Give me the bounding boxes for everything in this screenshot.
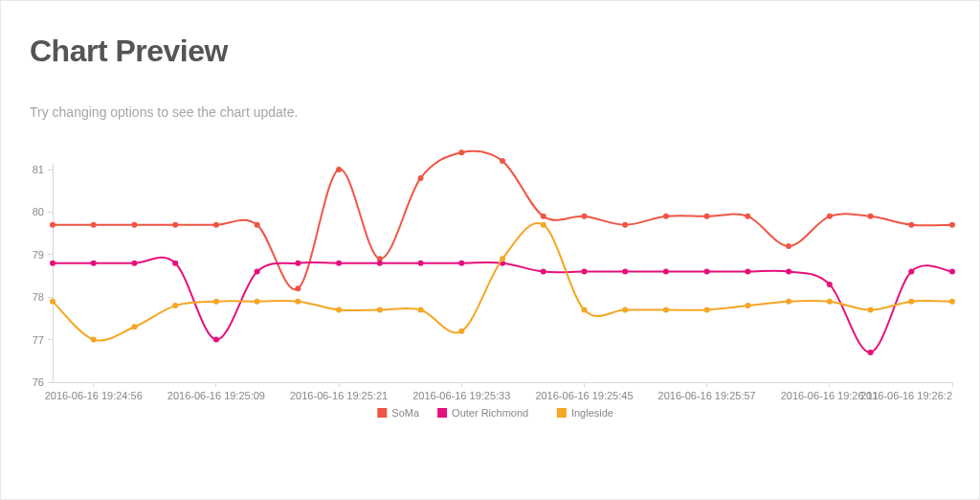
data-point bbox=[91, 222, 97, 228]
data-point bbox=[91, 261, 97, 266]
data-point bbox=[50, 222, 56, 228]
x-tick-label: 2016-06-16 19:24:56 bbox=[45, 390, 143, 401]
data-point bbox=[377, 261, 383, 266]
data-point bbox=[745, 303, 750, 308]
data-point bbox=[336, 261, 342, 266]
data-point bbox=[131, 261, 137, 266]
data-point bbox=[131, 324, 137, 330]
data-point bbox=[255, 299, 260, 305]
legend-label: Ingleside bbox=[571, 407, 613, 419]
data-point bbox=[295, 285, 301, 291]
data-point bbox=[663, 307, 669, 313]
data-point bbox=[868, 307, 874, 313]
data-point bbox=[949, 222, 955, 228]
data-point bbox=[131, 222, 137, 228]
data-point bbox=[541, 269, 546, 275]
data-point bbox=[663, 269, 669, 275]
data-point bbox=[827, 214, 833, 219]
data-point bbox=[868, 350, 874, 355]
data-point bbox=[377, 307, 383, 313]
data-point bbox=[745, 214, 750, 219]
chart-card: Chart Preview Try changing options to se… bbox=[0, 0, 980, 500]
legend-swatch bbox=[377, 408, 387, 418]
data-point bbox=[458, 261, 464, 266]
x-tick-label: 2016-06-16 19:26:2 bbox=[860, 390, 952, 401]
x-tick-label: 2016-06-16 19:25:21 bbox=[290, 390, 388, 401]
data-point bbox=[745, 269, 750, 275]
data-point bbox=[786, 243, 791, 249]
data-point bbox=[949, 269, 955, 275]
data-point bbox=[908, 269, 914, 275]
legend-label: Outer Richmond bbox=[452, 407, 528, 419]
data-point bbox=[213, 337, 219, 343]
series-line bbox=[53, 258, 952, 352]
data-point bbox=[541, 214, 546, 219]
data-point bbox=[949, 299, 955, 305]
y-tick-label: 76 bbox=[33, 376, 44, 388]
x-tick-label: 2016-06-16 19:25:57 bbox=[658, 390, 756, 401]
data-point bbox=[172, 222, 178, 228]
x-tick-label: 2016-06-16 19:25:09 bbox=[167, 390, 265, 401]
data-point bbox=[786, 299, 791, 305]
x-tick-label: 2016-06-16 19:25:33 bbox=[412, 390, 510, 401]
data-point bbox=[255, 222, 260, 228]
data-point bbox=[541, 222, 546, 228]
y-tick-label: 77 bbox=[33, 334, 44, 346]
data-point bbox=[908, 222, 914, 228]
data-point bbox=[213, 299, 219, 305]
data-point bbox=[622, 269, 628, 275]
y-tick-label: 78 bbox=[33, 291, 44, 303]
data-point bbox=[418, 175, 424, 181]
data-point bbox=[704, 307, 710, 313]
data-point bbox=[786, 269, 791, 275]
data-point bbox=[827, 282, 833, 287]
data-point bbox=[418, 261, 424, 266]
data-point bbox=[255, 269, 260, 275]
series-line bbox=[53, 223, 952, 341]
series-line bbox=[53, 151, 952, 290]
data-point bbox=[704, 269, 710, 275]
data-point bbox=[622, 222, 628, 228]
data-point bbox=[336, 167, 342, 172]
data-point bbox=[50, 261, 56, 266]
data-point bbox=[172, 261, 178, 266]
data-point bbox=[418, 307, 424, 313]
legend-label: SoMa bbox=[391, 407, 420, 419]
data-point bbox=[336, 307, 342, 313]
data-point bbox=[458, 149, 464, 155]
data-point bbox=[581, 214, 587, 219]
data-point bbox=[908, 299, 914, 305]
data-point bbox=[91, 337, 97, 343]
chart-plot: 7677787980812016-06-16 19:24:562016-06-1… bbox=[1, 1, 980, 500]
legend-swatch bbox=[437, 408, 447, 418]
y-tick-label: 80 bbox=[33, 206, 44, 217]
data-point bbox=[622, 307, 628, 313]
data-point bbox=[704, 214, 710, 219]
data-point bbox=[868, 214, 874, 219]
data-point bbox=[295, 299, 301, 305]
data-point bbox=[500, 256, 505, 261]
data-point bbox=[295, 261, 301, 266]
y-tick-label: 79 bbox=[33, 249, 44, 261]
legend-swatch bbox=[557, 408, 567, 418]
data-point bbox=[500, 158, 505, 164]
x-tick-label: 2016-06-16 19:25:45 bbox=[535, 390, 633, 401]
data-point bbox=[581, 269, 587, 275]
data-point bbox=[172, 303, 178, 308]
data-point bbox=[581, 307, 587, 313]
data-point bbox=[827, 299, 833, 305]
y-tick-label: 81 bbox=[33, 164, 44, 175]
data-point bbox=[50, 299, 56, 305]
data-point bbox=[213, 222, 219, 228]
data-point bbox=[663, 214, 669, 219]
data-point bbox=[458, 329, 464, 334]
